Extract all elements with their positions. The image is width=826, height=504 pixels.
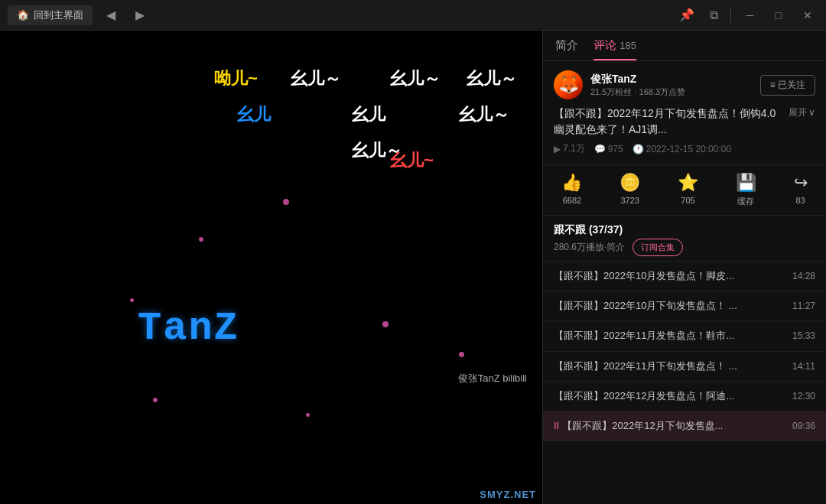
tanz-logo: TanZ [138, 306, 239, 351]
action-icon: 💾 [736, 173, 756, 193]
action-icon: 🪙 [620, 173, 640, 193]
views-icon: ▶ [554, 144, 561, 154]
author-row: 🦊 俊张TanZ 21.5万粉丝 · 168.3万点赞 ≡ 已关注 [554, 70, 815, 99]
title-bar-right: 📌 ⧉ ─ □ ✕ [676, 5, 818, 25]
playlist-item-title: 【跟不跟】2022年12月发售盘点！阿迪... [554, 389, 786, 403]
home-button[interactable]: 🏠 回到主界面 [8, 5, 93, 25]
action-label: 705 [681, 196, 694, 205]
main-layout: 呦儿~幺儿～幺儿～幺儿～幺儿幺儿幺儿～幺儿～幺儿~ TanZ 俊张TanZ bi… [0, 31, 826, 504]
forward-button[interactable]: ▶ [129, 5, 151, 25]
action-button[interactable]: 🪙3723 [620, 173, 640, 207]
author-stats: 21.5万粉丝 · 168.3万点赞 [590, 86, 685, 98]
action-label: 缓存 [737, 196, 754, 207]
floating-dot [153, 398, 158, 402]
playlist-item-duration: 14:11 [792, 361, 815, 372]
playlist-item[interactable]: 【跟不跟】2022年11月发售盘点！鞋市...15:33 [543, 321, 826, 351]
action-icon: 👍 [561, 173, 582, 193]
playlist-item[interactable]: 【跟不跟】2022年10月下旬发售盘点！ ...11:27 [543, 291, 826, 321]
tabs: 简介 评论 185 [543, 31, 826, 61]
separator [730, 8, 731, 23]
avatar: 🦊 [554, 70, 583, 99]
playlist-items: 【跟不跟】2022年10月发售盘点！脚皮...14:28【跟不跟】2022年10… [543, 262, 826, 504]
tab-comments[interactable]: 评论 185 [593, 38, 636, 60]
playlist-title: 跟不跟 (37/37) [554, 223, 683, 237]
playlist-item-title: 【跟不跟】2022年11月下旬发售盘点！ ... [554, 359, 786, 373]
video-title-row: 【跟不跟】2022年12月下旬发售盘点！倒钩4.0幽灵配色来了！AJ1调... … [554, 106, 815, 138]
floating-dot [130, 298, 134, 302]
playlist-item-duration: 12:30 [792, 391, 815, 402]
comment-count: 185 [620, 40, 636, 51]
playlist-meta: 280.6万播放·简介 订阅合集 [554, 239, 683, 256]
playlist-item-duration: 11:27 [792, 301, 815, 311]
pin-icon[interactable]: 📌 [676, 5, 698, 25]
action-label: 3723 [620, 196, 639, 205]
danmaku-item: 幺儿～ [352, 139, 402, 162]
minimize-button[interactable]: ─ [740, 6, 760, 24]
playlist-item[interactable]: 【跟不跟】2022年11月下旬发售盘点！ ...14:11 [543, 352, 826, 382]
maximize-button[interactable]: □ [769, 6, 788, 24]
playlist-item-duration: 14:28 [792, 271, 815, 281]
playlist-item-duration: 15:33 [792, 330, 815, 341]
playlist-item[interactable]: II【跟不跟】2022年12月下旬发售盘...09:36 [543, 411, 826, 441]
playlist-item[interactable]: 【跟不跟】2022年10月发售盘点！脚皮...14:28 [543, 262, 826, 291]
title-bar-left: 🏠 回到主界面 ◀ ▶ [8, 5, 676, 25]
action-button[interactable]: ⭐705 [678, 173, 698, 207]
bilibili-watermark: 俊张TanZ bilibili [458, 372, 527, 385]
danmaku-item: 幺儿 [352, 103, 385, 126]
close-button[interactable]: ✕ [797, 6, 818, 24]
danmaku-item: 幺儿~ [390, 149, 434, 172]
playlist-item-duration: 09:36 [792, 421, 815, 431]
danmaku-item: 幺儿～ [390, 67, 441, 90]
floating-dot [382, 321, 389, 327]
playing-icon: II [554, 420, 559, 431]
video-meta: ▶ 7.1万 💬 975 🕐 2022-12-15 20:00:00 [554, 142, 815, 155]
author-name: 俊张TanZ [590, 73, 685, 86]
playlist-item-title: 【跟不跟】2022年10月下旬发售盘点！ ... [554, 299, 786, 313]
floating-dot [459, 352, 464, 357]
floating-dot [199, 237, 203, 242]
video-title-text: 【跟不跟】2022年12月下旬发售盘点！倒钩4.0幽灵配色来了！AJ1调... [554, 106, 782, 138]
smyz-watermark: SMYZ.NET [480, 489, 536, 500]
right-panel: 简介 评论 185 🦊 俊张TanZ 21.5万粉丝 [542, 31, 826, 504]
home-label: 回到主界面 [34, 8, 83, 22]
action-label: 6682 [563, 196, 581, 205]
action-button[interactable]: 👍6682 [561, 173, 582, 207]
danmaku-item: 幺儿～ [291, 67, 341, 90]
floating-dot [283, 199, 289, 205]
tab-intro[interactable]: 简介 [555, 38, 578, 60]
danmaku-item: 幺儿～ [459, 103, 509, 126]
date-icon: 🕐 [633, 144, 644, 154]
back-button[interactable]: ◀ [100, 5, 122, 25]
video-info: 🦊 俊张TanZ 21.5万粉丝 · 168.3万点赞 ≡ 已关注 【跟不跟】 [543, 61, 826, 165]
action-label: 83 [795, 196, 805, 205]
date-meta: 🕐 2022-12-15 20:00:00 [633, 144, 731, 154]
comments-icon: 💬 [594, 144, 606, 154]
window-icon[interactable]: ⧉ [707, 5, 721, 25]
playlist-header: 跟不跟 (37/37) 280.6万播放·简介 订阅合集 [543, 216, 826, 262]
video-player[interactable]: 呦儿~幺儿～幺儿～幺儿～幺儿幺儿幺儿～幺儿～幺儿~ TanZ 俊张TanZ bi… [0, 31, 542, 504]
playlist-item[interactable]: 【跟不跟】2022年12月发售盘点！阿迪...12:30 [543, 382, 826, 411]
subscribe-button[interactable]: 订阅合集 [633, 239, 683, 256]
danmaku-item: 幺儿～ [467, 67, 517, 90]
action-row: 👍6682🪙3723⭐705💾缓存↪83 [543, 165, 826, 216]
expand-button[interactable]: 展开 ∨ [789, 106, 815, 119]
playlist-item-title: 【跟不跟】2022年10月发售盘点！脚皮... [554, 269, 786, 283]
playlist-title-area: 跟不跟 (37/37) 280.6万播放·简介 订阅合集 [554, 223, 683, 256]
action-button[interactable]: ↪83 [794, 173, 808, 207]
danmaku-container: 呦儿~幺儿～幺儿～幺儿～幺儿幺儿幺儿～幺儿～幺儿~ [0, 31, 542, 504]
floating-dot [306, 413, 310, 417]
danmaku-item: 幺儿 [237, 103, 271, 126]
follow-button[interactable]: ≡ 已关注 [760, 75, 815, 96]
author-info: 俊张TanZ 21.5万粉丝 · 168.3万点赞 [590, 73, 685, 98]
home-icon: 🏠 [17, 9, 29, 21]
danmaku-item: 呦儿~ [214, 67, 258, 90]
action-icon: ↪ [794, 173, 808, 193]
author-left: 🦊 俊张TanZ 21.5万粉丝 · 168.3万点赞 [554, 70, 685, 99]
action-button[interactable]: 💾缓存 [736, 173, 756, 207]
comments-meta: 💬 975 [594, 144, 623, 154]
action-icon: ⭐ [678, 173, 698, 193]
views-meta: ▶ 7.1万 [554, 142, 585, 155]
playlist-item-title: 【跟不跟】2022年11月发售盘点！鞋市... [554, 329, 786, 343]
playlist-item-title: II【跟不跟】2022年12月下旬发售盘... [554, 419, 786, 433]
title-bar: 🏠 回到主界面 ◀ ▶ 📌 ⧉ ─ □ ✕ [0, 0, 826, 31]
